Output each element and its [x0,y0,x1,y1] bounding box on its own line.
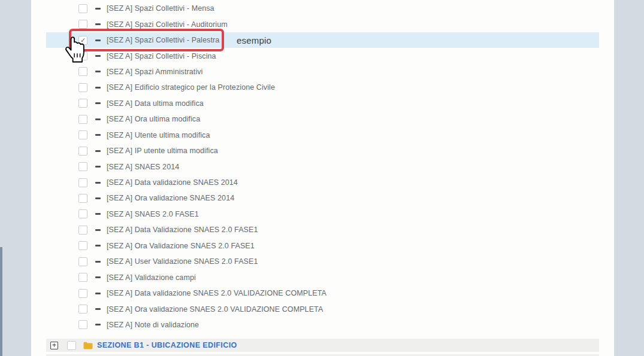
minus-icon [95,276,101,278]
tree-item-row[interactable]: [SEZ A] Ora ultima modifica [46,111,599,127]
item-checkbox[interactable] [78,194,87,203]
item-checkbox[interactable] [78,226,87,235]
minus-icon [95,213,101,215]
minus-icon [95,182,101,184]
item-label: [SEZ A] Data Validazione SNAES 2.0 FASE1 [107,226,258,234]
item-label: [SEZ A] Utente ultima modifica [107,131,210,139]
tree-item-row[interactable]: [SEZ A] Data validazione SNAES 2.0 VALID… [46,285,599,301]
annotation-text: esempio [237,35,271,45]
item-label: [SEZ A] Ora validazione SNAES 2014 [107,194,234,202]
content-panel: [SEZ A] Spazi Collettivi - Mensa [SEZ A]… [31,0,614,356]
section-row-b1[interactable]: + SEZIONE B1 - UBICAZIONE EDIFICIO [46,339,599,352]
item-label: [SEZ A] Ora validazione SNAES 2.0 VALIDA… [107,305,323,314]
tree-item-row[interactable]: ✓ [SEZ A] Spazi Collettivi - Palestra es… [46,32,599,48]
minus-icon [95,23,101,25]
item-checkbox[interactable] [78,67,87,76]
minus-icon [95,166,101,168]
tree-item-row[interactable]: [SEZ A] Data validazione SNAES 2014 [46,175,599,190]
item-checkbox[interactable] [78,320,87,329]
tree-item-row[interactable]: [SEZ A] Spazi Amministrativi [46,64,599,80]
item-label: [SEZ A] SNAES 2.0 FASE1 [107,210,199,218]
tree-item-row[interactable]: [SEZ A] Note di validazione [46,317,599,333]
item-checkbox[interactable] [78,51,87,60]
tree-item-row[interactable]: [SEZ A] User Validazione SNAES 2.0 FASE1 [46,254,599,269]
folder-icon [83,342,93,349]
tree-item-row[interactable]: [SEZ A] IP utente ultima modifica [46,143,599,159]
item-checkbox[interactable] [78,4,87,13]
tree-item-row[interactable]: [SEZ A] Ora Validazione SNAES 2.0 FASE1 [46,238,599,254]
item-label: [SEZ A] User Validazione SNAES 2.0 FASE1 [107,257,258,266]
tree-item-row[interactable]: [SEZ A] Spazi Collettivi - Piscina [46,48,599,63]
item-label: [SEZ A] Edificio strategico per la Prote… [107,83,275,92]
item-label: [SEZ A] Data validazione SNAES 2.0 VALID… [107,289,326,297]
item-checkbox[interactable] [78,257,87,266]
section-label: SEZIONE B1 - UBICAZIONE EDIFICIO [97,341,237,349]
tree-item-row[interactable]: [SEZ A] Ora validazione SNAES 2014 [46,190,599,206]
minus-icon [95,8,101,10]
minus-icon [95,71,101,72]
minus-icon [95,150,101,152]
item-label: [SEZ A] Note di validazione [107,321,199,329]
tree-item-row[interactable]: [SEZ A] Spazi Collettivi - Auditorium [46,16,599,32]
tree-item-row[interactable]: [SEZ A] SNAES 2.0 FASE1 [46,206,599,222]
tree-item-row[interactable]: [SEZ A] Data Validazione SNAES 2.0 FASE1 [46,222,599,238]
item-checkbox[interactable] [78,99,87,108]
item-checkbox[interactable] [78,289,87,298]
tree-item-row[interactable]: [SEZ A] SNAES 2014 [46,159,599,174]
minus-icon [95,293,101,294]
section-checkbox[interactable] [67,341,76,350]
item-label: [SEZ A] Ora Validazione SNAES 2.0 FASE1 [107,242,255,250]
minus-icon [95,87,101,89]
sidebar-edge-strip [0,247,2,356]
item-checkbox[interactable] [78,162,87,171]
item-label: [SEZ A] SNAES 2014 [107,163,179,171]
tree-item-row[interactable]: [SEZ A] Edificio strategico per la Prote… [46,80,599,95]
minus-icon [95,39,101,41]
tree-item-row[interactable]: [SEZ A] Data ultima modifica [46,96,599,111]
tree-item-row[interactable]: [SEZ A] Spazi Collettivi - Mensa [46,1,599,16]
minus-icon [95,308,101,310]
item-checkbox[interactable] [78,273,87,282]
item-label: [SEZ A] Data ultima modifica [107,99,204,108]
item-label: [SEZ A] Data validazione SNAES 2014 [107,178,238,187]
tree-item-row[interactable]: [SEZ A] Validazione campi [46,269,599,285]
minus-icon [95,261,101,263]
plus-expander-icon[interactable]: + [50,342,58,349]
item-label: [SEZ A] Validazione campi [107,273,196,282]
item-checkbox[interactable] [78,83,87,92]
item-checkbox[interactable] [78,209,87,218]
item-label: [SEZ A] Ora ultima modifica [107,115,200,123]
item-label: [SEZ A] Spazi Collettivi - Piscina [107,52,216,60]
minus-icon [95,324,101,325]
item-label: [SEZ A] Spazi Collettivi - Mensa [107,4,214,13]
item-checkbox[interactable] [78,241,87,250]
minus-icon [95,197,101,199]
tree-item-row[interactable]: [SEZ A] Ora validazione SNAES 2.0 VALIDA… [46,301,599,317]
item-label: [SEZ A] Spazi Collettivi - Auditorium [107,20,228,29]
tree-item-row[interactable]: [SEZ A] Utente ultima modifica [46,127,599,143]
item-checkbox[interactable] [78,305,87,314]
item-label: [SEZ A] Spazi Collettivi - Palestra [107,36,219,44]
item-label: [SEZ A] Spazi Amministrativi [107,68,202,76]
minus-icon [95,134,101,136]
minus-icon [95,55,101,57]
item-checkbox[interactable] [78,178,87,187]
item-checkbox[interactable] [78,130,87,139]
item-checkbox[interactable] [78,20,87,29]
item-label: [SEZ A] IP utente ultima modifica [107,147,218,155]
minus-icon [95,102,101,104]
minus-icon [95,229,101,231]
minus-icon [95,245,101,247]
minus-icon [95,118,101,120]
tree-list: [SEZ A] Spazi Collettivi - Mensa [SEZ A]… [46,1,599,356]
item-checkbox[interactable] [78,147,87,156]
item-checkbox[interactable] [78,115,87,124]
item-checkbox[interactable]: ✓ [78,36,87,45]
